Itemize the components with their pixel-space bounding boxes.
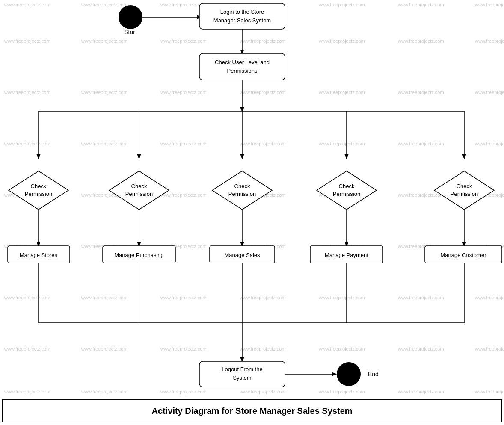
svg-text:www.freeprojectz.com: www.freeprojectz.com (4, 38, 50, 44)
svg-text:www.freeprojectz.com: www.freeprojectz.com (160, 346, 207, 351)
start-label: Start (124, 29, 137, 35)
svg-text:www.freeprojectz.com: www.freeprojectz.com (397, 295, 444, 300)
svg-text:www.freeprojectz.com: www.freeprojectz.com (318, 295, 365, 300)
svg-text:www.freeprojectz.com: www.freeprojectz.com (239, 90, 286, 95)
svg-text:www.freeprojectz.com: www.freeprojectz.com (81, 2, 127, 7)
check-user-label-2: Permissions (227, 68, 258, 74)
svg-text:www.freeprojectz.com: www.freeprojectz.com (318, 38, 365, 44)
diagram-container: www.freeprojectz.com www.freeprojectz.co… (0, 0, 504, 425)
manage-customer-label: Manage Customer (441, 252, 487, 258)
check-perm-diamond-2 (109, 171, 169, 210)
footer-title: Activity Diagram for Store Manager Sales… (151, 406, 352, 416)
check-perm-label-5b: Permission (451, 191, 478, 197)
check-perm-label-3b: Permission (228, 191, 256, 197)
check-perm-label-1a: Check (31, 183, 47, 189)
check-perm-label-4b: Permission (333, 191, 360, 197)
svg-text:www.freeprojectz.com: www.freeprojectz.com (318, 346, 365, 351)
check-perm-diamond-3 (212, 171, 272, 210)
svg-text:www.freeprojectz.com: www.freeprojectz.com (239, 295, 286, 300)
svg-text:www.freeprojectz.com: www.freeprojectz.com (160, 192, 207, 198)
svg-text:www.freeprojectz.com: www.freeprojectz.com (397, 90, 444, 95)
svg-text:www.freeprojectz.com: www.freeprojectz.com (239, 389, 286, 394)
svg-text:www.freeprojectz.com: www.freeprojectz.com (318, 389, 365, 394)
svg-text:www.freeprojectz.com: www.freeprojectz.com (239, 346, 286, 351)
svg-text:www.freeprojectz.com: www.freeprojectz.com (81, 90, 127, 95)
check-perm-diamond-5 (434, 171, 494, 210)
svg-text:www.freeprojectz.com: www.freeprojectz.com (397, 346, 444, 351)
check-perm-label-3a: Check (234, 183, 250, 189)
manage-purchasing-label: Manage Purchasing (114, 252, 164, 258)
svg-text:www.freeprojectz.com: www.freeprojectz.com (4, 295, 50, 300)
svg-text:www.freeprojectz.com: www.freeprojectz.com (160, 38, 207, 44)
svg-text:www.freeprojectz.com: www.freeprojectz.com (474, 141, 504, 146)
svg-text:www.freeprojectz.com: www.freeprojectz.com (474, 346, 504, 351)
end-label: End (368, 371, 379, 378)
svg-text:www.freeprojectz.com: www.freeprojectz.com (81, 38, 127, 44)
svg-text:www.freeprojectz.com: www.freeprojectz.com (397, 389, 444, 394)
manage-stores-label: Manage Stores (20, 252, 58, 258)
svg-text:www.freeprojectz.com: www.freeprojectz.com (239, 141, 286, 146)
svg-text:www.freeprojectz.com: www.freeprojectz.com (81, 346, 127, 351)
check-perm-label-2a: Check (131, 183, 147, 189)
svg-text:www.freeprojectz.com: www.freeprojectz.com (160, 389, 207, 394)
svg-text:www.freeprojectz.com: www.freeprojectz.com (318, 2, 365, 7)
svg-text:www.freeprojectz.com: www.freeprojectz.com (474, 389, 504, 394)
check-perm-diamond-1 (9, 171, 68, 210)
check-perm-diamond-4 (317, 171, 377, 210)
svg-text:www.freeprojectz.com: www.freeprojectz.com (4, 389, 50, 394)
svg-text:www.freeprojectz.com: www.freeprojectz.com (397, 38, 444, 44)
svg-text:www.freeprojectz.com: www.freeprojectz.com (474, 90, 504, 95)
svg-text:www.freeprojectz.com: www.freeprojectz.com (318, 141, 365, 146)
manage-payment-label: Manage Payment (325, 252, 368, 258)
logout-label-2: System (233, 375, 251, 381)
svg-text:www.freeprojectz.com: www.freeprojectz.com (474, 295, 504, 300)
check-perm-label-5a: Check (457, 183, 472, 189)
svg-text:www.freeprojectz.com: www.freeprojectz.com (81, 295, 127, 300)
login-box (199, 3, 285, 29)
svg-text:www.freeprojectz.com: www.freeprojectz.com (81, 389, 127, 394)
svg-text:www.freeprojectz.com: www.freeprojectz.com (4, 2, 50, 7)
login-label-2: Manager Sales System (213, 17, 271, 24)
end-node (337, 362, 361, 386)
svg-text:www.freeprojectz.com: www.freeprojectz.com (474, 2, 504, 7)
svg-text:www.freeprojectz.com: www.freeprojectz.com (4, 141, 50, 146)
login-label-1: Login to the Store (220, 9, 264, 15)
svg-text:www.freeprojectz.com: www.freeprojectz.com (4, 90, 50, 95)
svg-text:www.freeprojectz.com: www.freeprojectz.com (397, 192, 444, 198)
logout-box (199, 361, 285, 387)
svg-text:www.freeprojectz.com: www.freeprojectz.com (160, 295, 207, 300)
svg-text:www.freeprojectz.com: www.freeprojectz.com (397, 2, 444, 7)
manage-sales-label: Manage Sales (224, 252, 260, 258)
check-perm-label-1b: Permission (25, 191, 52, 197)
svg-text:www.freeprojectz.com: www.freeprojectz.com (397, 141, 444, 146)
svg-text:www.freeprojectz.com: www.freeprojectz.com (4, 346, 50, 351)
svg-text:www.freeprojectz.com: www.freeprojectz.com (474, 38, 504, 44)
check-user-label-1: Check User Level and (215, 59, 270, 65)
check-perm-label-4a: Check (339, 183, 355, 189)
svg-text:www.freeprojectz.com: www.freeprojectz.com (160, 90, 207, 95)
svg-text:www.freeprojectz.com: www.freeprojectz.com (318, 90, 365, 95)
svg-text:www.freeprojectz.com: www.freeprojectz.com (239, 38, 286, 44)
logout-label-1: Logout From the (222, 366, 262, 372)
svg-text:www.freeprojectz.com: www.freeprojectz.com (81, 141, 127, 146)
svg-text:www.freeprojectz.com: www.freeprojectz.com (160, 141, 207, 146)
check-user-box (199, 53, 285, 80)
check-perm-label-2b: Permission (125, 191, 153, 197)
